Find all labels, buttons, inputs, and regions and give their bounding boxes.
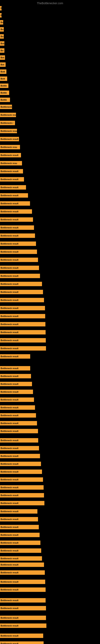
bar-33: Bottleneck result (0, 258, 38, 262)
bar-row-35: Bottleneck result (0, 274, 40, 278)
bar-row-25: Bottleneck result (0, 193, 28, 198)
bar-80: Bottleneck result (0, 642, 44, 644)
bar-row-8: Bot (0, 62, 6, 67)
bar-29: Bottleneck result (0, 226, 34, 230)
bar-27: Bottleneck result (0, 209, 32, 214)
bar-label-45: Bottleneck result (0, 355, 18, 358)
bar-label-20: Bottleneck result (0, 154, 18, 156)
bar-5: Bot (0, 41, 4, 46)
bar-label-47: Bottleneck result (0, 375, 18, 377)
bar-52: Bottleneck result (0, 413, 36, 418)
bar-row-31: Bottleneck result (0, 242, 36, 246)
bar-21: Bottleneck resu (0, 161, 22, 166)
bar-57: Bottleneck result (0, 454, 40, 458)
bar-18: Bottleneck result (0, 137, 19, 141)
bar-row-80: Bottleneck result (0, 642, 44, 644)
bar-3: Bo (0, 27, 4, 32)
bar-label-13: Bottle (0, 98, 7, 101)
bar-row-70: Bottleneck result (0, 556, 42, 561)
bar-71: Bottleneck result (0, 562, 44, 567)
bar-label-56: Bottleneck result (0, 447, 18, 450)
bar-row-49: Bottleneck result (0, 390, 33, 394)
bar-63: Bottleneck result (0, 501, 44, 505)
bar-53: Bottleneck result (0, 421, 37, 426)
bar-31: Bottleneck result (0, 242, 36, 246)
bar-label-65: Bottleneck result (0, 518, 18, 520)
bar-label-44: Bottleneck result (0, 347, 18, 350)
bar-label-51: Bottleneck result (0, 406, 18, 409)
bar-row-23: Bottleneck result (0, 177, 24, 182)
bar-label-34: Bottleneck result (0, 267, 18, 269)
bar-row-75: Bottleneck result (0, 598, 46, 602)
bar-28: Bottleneck result (0, 217, 33, 222)
bar-label-63: Bottleneck result (0, 502, 18, 504)
bar-row-79: Bottleneck result (0, 634, 43, 638)
bar-row-52: Bottleneck result (0, 413, 36, 418)
bar-66: Bottleneck result (0, 525, 39, 529)
bar-65: Bottleneck result (0, 517, 38, 522)
bar-row-50: Bottleneck result (0, 398, 34, 402)
bar-label-75: Bottleneck result (0, 599, 18, 602)
bar-row-66: Bottleneck result (0, 525, 39, 529)
bar-label-39: Bottleneck result (0, 307, 18, 309)
bar-54: Bottleneck result (0, 429, 38, 433)
bar-20: Bottleneck result (0, 153, 21, 158)
bar-label-69: Bottleneck result (0, 550, 18, 552)
bar-row-47: Bottleneck result (0, 374, 31, 378)
bar-label-19: Bottleneck resu (0, 146, 17, 148)
bar-row-53: Bottleneck result (0, 421, 37, 426)
bar-label-15: Bottleneck resu (0, 114, 16, 116)
bar-row-72: Bottleneck result (0, 570, 45, 575)
bar-77: Bottleneck result (0, 616, 46, 620)
bar-label-61: Bottleneck result (0, 486, 18, 489)
bar-26: Bottleneck result (0, 201, 30, 206)
bar-label-1: B (0, 14, 1, 16)
bar-row-74: Bottleneck result (0, 588, 46, 592)
bar-label-64: Bottleneck result (0, 510, 18, 512)
bar-label-27: Bottleneck result (0, 210, 18, 213)
bar-row-24: Bottleneck result (0, 185, 26, 190)
bar-48: Bottleneck result (0, 382, 32, 386)
bar-row-15: Bottleneck resu (0, 113, 16, 117)
bar-row-20: Bottleneck result (0, 153, 21, 158)
bar-43: Bottleneck result (0, 338, 46, 342)
bar-label-35: Bottleneck result (0, 275, 18, 277)
bar-row-69: Bottleneck result (0, 548, 41, 553)
bar-label-40: Bottleneck result (0, 315, 18, 317)
bar-row-10: Bott (0, 76, 7, 81)
bar-label-10: Bott (0, 78, 5, 80)
bar-row-76: Bottleneck result (0, 606, 46, 610)
bar-row-40: Bottleneck result (0, 314, 45, 318)
bar-label-36: Bottleneck result (0, 283, 18, 285)
bar-row-67: Bottleneck result (0, 533, 40, 537)
bar-6: Bo (0, 48, 4, 53)
bar-row-19: Bottleneck resu (0, 145, 20, 149)
bar-62: Bottleneck result (0, 493, 44, 498)
bar-7: Bot (0, 55, 5, 60)
bar-40: Bottleneck result (0, 314, 45, 318)
bar-row-3: Bo (0, 27, 4, 32)
bar-label-30: Bottleneck result (0, 234, 18, 237)
bar-60: Bottleneck result (0, 477, 43, 482)
bar-41: Bottleneck result (0, 322, 46, 326)
bar-16: Bottleneck r (0, 121, 15, 125)
bar-label-5: Bot (0, 42, 4, 45)
bar-50: Bottleneck result (0, 398, 34, 402)
bar-label-12: Bottle (0, 92, 7, 94)
bar-12: Bottle (0, 90, 9, 95)
bar-23: Bottleneck result (0, 177, 24, 182)
bar-label-38: Bottleneck result (0, 299, 18, 301)
bar-68: Bottleneck result (0, 540, 40, 545)
bar-row-5: Bot (0, 41, 4, 46)
bar-label-48: Bottleneck result (0, 383, 18, 385)
bar-label-8: Bot (0, 64, 4, 66)
bar-label-49: Bottleneck result (0, 391, 18, 393)
bar-58: Bottleneck result (0, 462, 41, 466)
bar-13: Bottle (0, 98, 10, 102)
bar-row-64: Bottleneck result (0, 509, 37, 514)
bar-4: Bo (0, 34, 4, 39)
bar-label-31: Bottleneck result (0, 242, 18, 245)
bar-row-37: Bottleneck result (0, 290, 43, 294)
bar-label-54: Bottleneck result (0, 430, 18, 432)
bar-label-25: Bottleneck result (0, 194, 18, 196)
